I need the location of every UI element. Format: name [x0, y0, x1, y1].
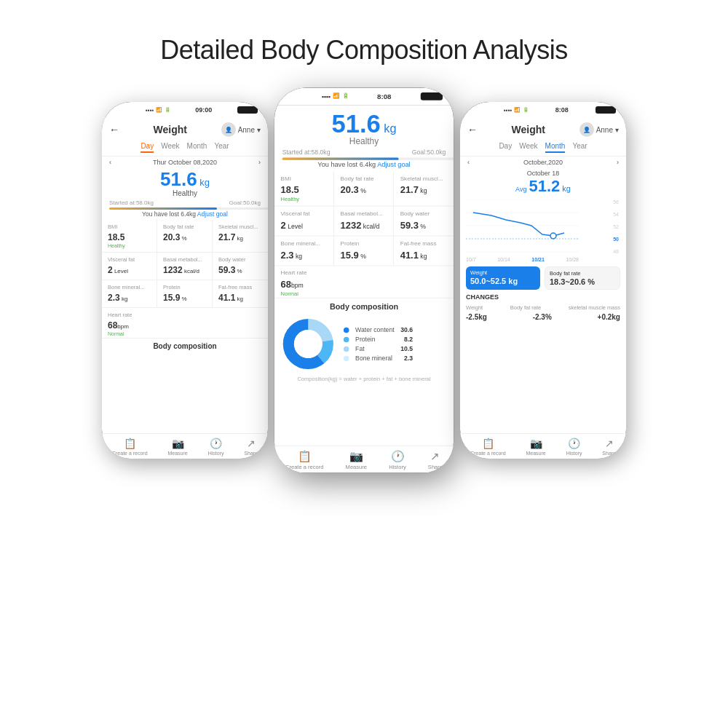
avg-value-3: 51.2	[529, 177, 560, 196]
page-title: Detailed Body Composition Analysis	[160, 35, 567, 66]
chevron-right-icon-1[interactable]: ›	[258, 159, 261, 166]
metric-muscle-2: Skeletal muscl... 21.7 kg	[394, 171, 454, 207]
nav-measure-3[interactable]: 📷 Measure	[526, 438, 546, 456]
history-icon-1: 🕐	[210, 438, 222, 449]
measure-icon-3: 📷	[530, 438, 542, 449]
back-icon-1[interactable]: ←	[109, 124, 119, 135]
status-bar-1: ▪▪▪▪ 📶 🔋 09:00	[102, 102, 268, 118]
metric-basal-2: Basal metabol... 1232 kcal/d	[334, 206, 394, 236]
nav-history-label-1: History	[208, 451, 224, 456]
phones-row: ▪▪▪▪ 📶 🔋 09:00 ← Weight 👤 Anne ▾ Day	[102, 102, 626, 459]
heart-status-1: Normal	[108, 331, 262, 336]
tabs-3: Day Week Month Year	[460, 138, 626, 157]
line-chart-3	[466, 199, 593, 254]
nav-history-3[interactable]: 🕐 History	[566, 438, 582, 456]
composition-note-2: Composition(kg) = water + protein + fat …	[274, 375, 454, 384]
nav-measure-1[interactable]: 📷 Measure	[168, 438, 188, 456]
metrics-grid-2: BMI 18.5 Healthy Body fat rate 20.3 % Sk…	[274, 171, 454, 266]
goal-bar-row-2: Started at:58.0kg Goal:50.0kg	[274, 147, 454, 157]
screen-2: 51.6 kg Healthy Started at:58.0kg Goal:5…	[274, 105, 454, 472]
goal-end-1: Goal:50.0kg	[229, 199, 261, 206]
tab-year-1[interactable]: Year	[214, 141, 229, 153]
nav-history-2[interactable]: 🕐 History	[389, 450, 406, 470]
metric-muscle-1: Skeletal muscl... 21.7 kg	[213, 220, 268, 253]
progress-bar-1	[109, 207, 268, 210]
legend-val-bone-2: 2.3	[404, 355, 413, 362]
share-icon-3: ↗	[605, 438, 614, 449]
status-time-1: 09:00	[195, 106, 212, 114]
nav-measure-2[interactable]: 📷 Measure	[346, 450, 367, 470]
avatar-1: 👤	[221, 122, 236, 137]
fat-range-value-3: 18.3~20.6 %	[550, 277, 615, 286]
lost-row-1: You have lost 6.4kg Adjust goal	[102, 210, 268, 220]
svg-point-10	[550, 233, 556, 239]
tab-week-1[interactable]: Week	[161, 141, 179, 153]
date-selected-3: October 18	[460, 170, 626, 177]
legend-val-water-2: 30.6	[400, 326, 413, 333]
nav-share-1[interactable]: ↗ Share	[244, 438, 258, 456]
change-weight-3: -2.5kg	[466, 313, 487, 321]
weight-range-label-3: Weight	[470, 269, 536, 276]
chevron-left-icon-1[interactable]: ‹	[109, 159, 111, 166]
chevron-left-icon-3[interactable]: ‹	[467, 159, 470, 166]
tab-week-3[interactable]: Week	[519, 141, 537, 153]
screen-1: ← Weight 👤 Anne ▾ Day Week Month Year ‹ …	[102, 118, 268, 459]
change-muscle-3: +0.2kg	[598, 313, 620, 321]
adjust-link-1[interactable]: Adjust goal	[197, 210, 228, 218]
changes-title-3: CHANGES	[466, 293, 620, 301]
legend-fat-2: Fat 10.5	[344, 345, 413, 352]
date-selected-area-3: October 18 Avg 51.2 kg	[460, 168, 626, 197]
metrics-grid-1: BMI 18.5 Healthy Body fat rate 20.3 % Sk…	[102, 220, 268, 308]
heart-value-1: 68	[108, 320, 117, 331]
heart-value-2: 68	[281, 279, 291, 290]
user-name-3: Anne	[596, 126, 613, 134]
nav-create-3[interactable]: 📋 Create a record	[470, 438, 506, 456]
legend-val-fat-2: 10.5	[400, 345, 413, 352]
chart-area-3: 56 54 52 50 48	[460, 197, 626, 264]
fat-range-label-3: Body fat rate	[550, 270, 615, 277]
changes-col-labels-3: Weight Body fat rate skeletal muscle mas…	[466, 303, 620, 312]
tab-day-1[interactable]: Day	[141, 141, 154, 153]
legend-dot-bone-2	[344, 355, 349, 361]
nav-create-1[interactable]: 📋 Create a record	[112, 438, 148, 456]
composition-title-1: Body composition	[102, 339, 268, 352]
bottom-nav-2: 📋 Create a record 📷 Measure 🕐 History ↗ …	[274, 446, 454, 473]
tab-year-3[interactable]: Year	[572, 141, 587, 153]
phone-3: ▪▪▪▪ 📶 🔋 8:08 ← Weight 👤 Anne ▾ Day	[460, 102, 626, 459]
adjust-link-2[interactable]: Adjust goal	[377, 161, 410, 169]
goal-start-2: Started at:58.0kg	[282, 149, 331, 157]
measure-icon-2: 📷	[349, 450, 363, 462]
goal-start-1: Started at:58.0kg	[109, 199, 154, 206]
nav-history-1[interactable]: 🕐 History	[208, 438, 224, 456]
legend-dot-protein-2	[344, 336, 349, 342]
chart-y-labels-3: 56 54 52 50 48	[613, 199, 619, 254]
back-icon-3[interactable]: ←	[467, 124, 478, 135]
avg-unit-3: kg	[562, 184, 571, 193]
legend-list-2: Water content 30.6 Protein 8.2 Fat 10.5	[344, 326, 413, 362]
tab-day-3[interactable]: Day	[499, 141, 512, 153]
tab-month-1[interactable]: Month	[187, 141, 207, 153]
metric-visceral-2: Visceral fat 2 Level	[274, 206, 334, 236]
legend-val-protein-2: 8.2	[404, 336, 413, 343]
phone-2: ▪▪▪▪ 📶 🔋 8:08 51.6 kg Healthy Started at…	[274, 87, 454, 472]
tab-month-3[interactable]: Month	[545, 141, 566, 153]
bottom-nav-3: 📋 Create a record 📷 Measure 🕐 History ↗ …	[460, 433, 626, 459]
date-nav-row-3: ‹ October,2020 ›	[460, 157, 626, 168]
nav-create-2[interactable]: 📋 Create a record	[285, 450, 324, 470]
create-icon-2: 📋	[298, 450, 311, 462]
heart-label-2: Heart rate	[281, 269, 448, 277]
chevron-down-icon-3: ▾	[615, 126, 619, 134]
metric-visceral-1: Visceral fat 2 Level	[102, 253, 157, 280]
nav-share-3[interactable]: ↗ Share	[602, 438, 616, 456]
weight-range-boxes-3: Weight 50.0~52.5 kg Body fat rate 18.3~2…	[460, 264, 626, 292]
metric-fatfree-2: Fat-free mass 41.1 kg	[394, 237, 454, 266]
metric-fatfree-1: Fat-free mass 41.1 kg	[213, 280, 268, 308]
weight-unit-1: kg	[197, 177, 210, 188]
progress-fill-2	[282, 158, 399, 160]
chevron-right-icon-3[interactable]: ›	[617, 159, 619, 166]
legend-label-bone-2: Bone mineral	[355, 355, 397, 362]
user-name-1: Anne	[238, 126, 255, 134]
nav-share-label-1: Share	[244, 451, 258, 456]
nav-share-2[interactable]: ↗ Share	[428, 450, 443, 470]
phone-1: ▪▪▪▪ 📶 🔋 09:00 ← Weight 👤 Anne ▾ Day	[102, 102, 268, 459]
